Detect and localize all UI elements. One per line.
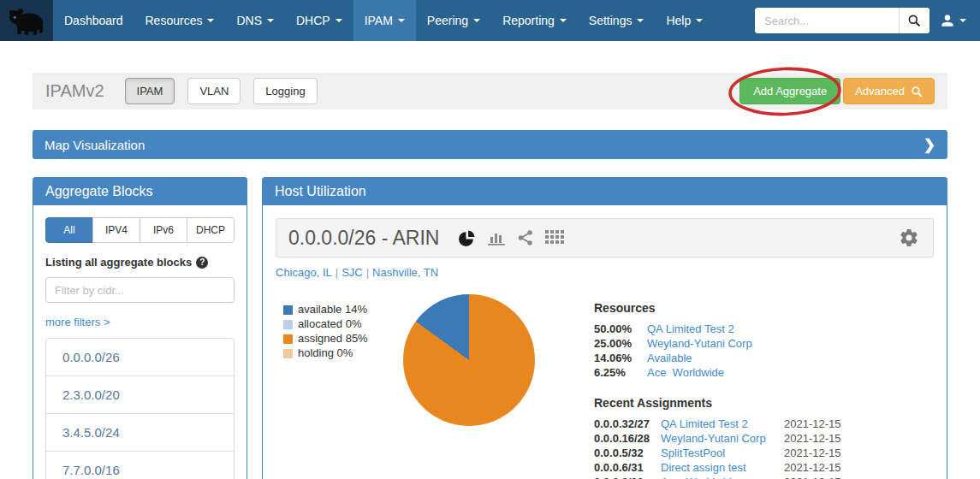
share-icon [517,229,534,246]
resource-link[interactable]: Available [647,352,926,365]
caret-down-icon [696,19,703,22]
bar-chart-view-button[interactable] [487,229,506,246]
user-menu[interactable] [940,13,966,28]
list-item[interactable]: 7.7.0.0/16 [46,451,234,479]
tab-ipv4[interactable]: IPV4 [92,217,140,243]
nav-menu: Dashboard Resources DNS DHCP IPAM Peerin… [53,0,714,41]
list-item[interactable]: 2.3.0.0/20 [46,376,234,413]
panda-logo-icon [7,5,46,36]
tab-all[interactable]: All [45,217,93,243]
pie-legend: available 14% allocated 0% assigned 85% … [283,301,403,479]
caret-down-icon [560,19,567,22]
list-item[interactable]: 0.0.0.0/26 [46,339,234,376]
map-visualization-bar[interactable]: Map Visualization [33,130,947,159]
grid-view-button[interactable] [545,230,564,245]
list-item[interactable]: 3.4.5.0/24 [46,413,234,451]
legend-swatch [283,334,293,344]
assignment-link[interactable]: Weyland-Yutani Corp [661,432,784,446]
resource-row: 14.06% Available [594,352,926,365]
resource-row: 50.00% QA Limited Test 2 [594,322,926,336]
assignment-link[interactable]: SplitTestPool [661,446,784,460]
recent-assignments-block: Recent Assignments 0.0.0.32/27 QA Limite… [594,396,926,479]
nav-item-help[interactable]: Help [655,0,714,41]
nav-item-peering[interactable]: Peering [416,0,491,41]
page-title: IPAMv2 [45,81,104,101]
aggregate-blocks-panel: Aggregate Blocks All IPV4 IPv6 DHCP List… [33,177,247,479]
resource-link[interactable]: QA Limited Test 2 [647,322,926,336]
nav-item-reporting[interactable]: Reporting [491,0,578,41]
ipam-toolbar: IPAMv2 IPAM VLAN Logging Add Aggregate A… [33,73,947,109]
nav-item-settings[interactable]: Settings [578,0,656,41]
recent-assignments-heading: Recent Assignments [594,396,926,410]
location-link[interactable]: SJC [342,266,363,279]
stats-column: Resources 50.00% QA Limited Test 2 25.00… [594,301,926,479]
assignment-link[interactable]: Ace Worldwide [661,476,784,479]
search-icon [907,14,921,27]
search-icon [911,86,923,98]
legend-item: assigned 85% [283,332,403,346]
assignment-row: 0.0.0.32/27 QA Limited Test 2 2021-12-15 [594,417,926,431]
share-view-button[interactable] [517,229,534,246]
caret-down-icon [336,19,342,22]
view-button-ipam[interactable]: IPAM [125,78,175,104]
caret-down-icon [207,19,214,22]
search-input[interactable] [755,8,899,33]
nav-item-dhcp[interactable]: DHCP [285,0,353,41]
tab-ipv6[interactable]: IPv6 [140,217,187,243]
nav-right-group [755,0,980,41]
assignment-link[interactable]: QA Limited Test 2 [661,417,784,431]
cidr-filter-input[interactable] [45,277,235,303]
pie-chart [403,294,535,426]
resource-link[interactable]: Ace Worldwide [647,366,926,380]
pie-chart-view-button[interactable] [458,229,476,247]
chevron-right-icon[interactable] [924,136,935,154]
tab-dhcp[interactable]: DHCP [187,217,235,243]
global-search [755,8,930,33]
user-icon [940,13,955,28]
map-visualization-title: Map Visualization [45,138,145,152]
location-link[interactable]: Chicago, IL [276,266,332,279]
more-filters-link[interactable]: more filters > [45,316,110,328]
location-link[interactable]: Nashville, TN [372,266,438,279]
assignment-link[interactable]: Direct assign test [661,461,784,475]
grid-icon [545,230,564,245]
caret-down-icon [473,19,480,22]
help-icon[interactable] [196,257,208,269]
legend-item: allocated 0% [283,317,403,331]
nav-item-ipam[interactable]: IPAM [353,0,416,41]
pie-chart-icon [458,229,476,247]
caret-down-icon [267,19,274,22]
bar-chart-icon [487,229,506,246]
aggregate-blocks-header: Aggregate Blocks [33,178,246,205]
location-links: Chicago, IL|SJC|Nashville, TN [276,266,934,279]
nav-item-dns[interactable]: DNS [225,0,285,41]
caret-down-icon [959,19,966,22]
assignment-row: 0.0.0.16/28 Weyland-Yutani Corp 2021-12-… [594,432,926,446]
gear-icon [899,228,919,248]
assignment-row: 0.0.0.6/31 Direct assign test 2021-12-15 [594,461,926,475]
legend-swatch [283,349,293,358]
host-utilization-header: Host Utilization [263,178,947,205]
search-button[interactable] [899,8,930,33]
legend-item: available 14% [283,303,403,316]
resource-link[interactable]: Weyland-Yutani Corp [647,337,926,351]
nav-item-resources[interactable]: Resources [134,0,226,41]
view-button-logging[interactable]: Logging [253,78,317,104]
resource-row: 25.00% Weyland-Yutani Corp [594,337,926,351]
assignment-row: 0.0.0.0/30 Ace Worldwide 2021-12-15 [594,476,926,479]
add-aggregate-button[interactable]: Add Aggregate [739,78,840,104]
resource-row: 6.25% Ace Worldwide [594,366,926,380]
block-title: 0.0.0.0/26 - ARIN [288,227,439,250]
listing-label: Listing all aggregate blocks [45,256,235,269]
advanced-search-button[interactable]: Advanced [843,78,935,104]
nav-item-dashboard[interactable]: Dashboard [53,0,134,41]
view-button-vlan[interactable]: VLAN [187,78,241,104]
main-content: Aggregate Blocks All IPV4 IPv6 DHCP List… [33,177,947,479]
caret-down-icon [637,19,644,22]
legend-swatch [283,320,293,329]
resources-heading: Resources [594,301,926,315]
settings-gear-button[interactable] [899,228,919,248]
resources-block: Resources 50.00% QA Limited Test 2 25.00… [594,301,926,380]
legend-swatch [283,305,293,315]
aggregate-filter-tabs: All IPV4 IPv6 DHCP [45,217,235,243]
